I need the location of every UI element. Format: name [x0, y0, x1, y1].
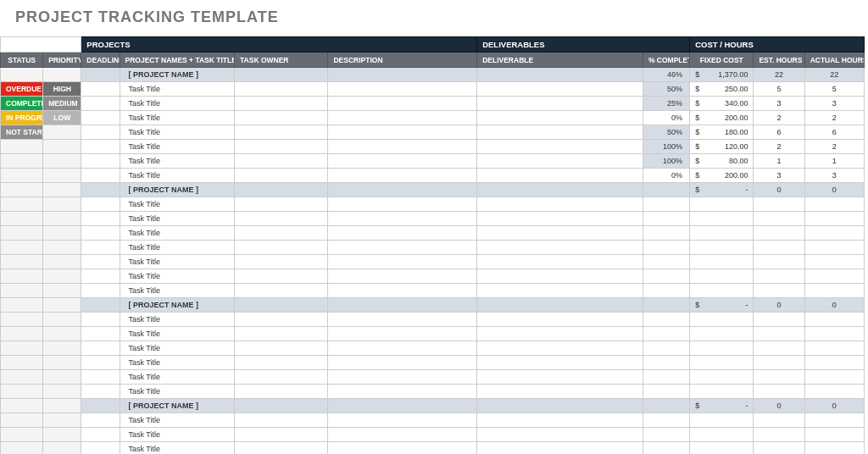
act-cell[interactable]: 0 [804, 183, 864, 197]
status-cell[interactable] [1, 255, 43, 269]
act-cell[interactable] [804, 269, 864, 284]
priority-cell[interactable] [43, 428, 81, 442]
deliverable-cell[interactable] [477, 298, 643, 313]
desc-cell[interactable] [328, 385, 477, 399]
h-act[interactable]: ACTUAL HOURS [804, 53, 864, 68]
deadline-cell[interactable] [81, 399, 120, 413]
deadline-cell[interactable] [81, 125, 120, 140]
cost-cell[interactable] [690, 241, 754, 255]
deliverable-cell[interactable] [477, 82, 643, 97]
desc-cell[interactable] [328, 370, 477, 385]
priority-cell[interactable] [43, 140, 81, 154]
priority-cell[interactable] [43, 313, 81, 327]
deliverable-cell[interactable] [477, 125, 643, 140]
desc-cell[interactable] [328, 399, 477, 413]
deliverable-cell[interactable] [477, 97, 643, 111]
deliverable-cell[interactable] [477, 442, 643, 455]
deliverable-cell[interactable] [477, 399, 643, 413]
cost-cell[interactable]: $- [690, 399, 754, 413]
desc-cell[interactable] [328, 97, 477, 111]
desc-cell[interactable] [328, 212, 477, 226]
priority-cell[interactable] [43, 399, 81, 413]
cost-cell[interactable] [690, 255, 754, 269]
cost-cell[interactable] [690, 313, 754, 327]
deliverable-cell[interactable] [477, 413, 643, 428]
deadline-cell[interactable] [81, 111, 120, 125]
pct-cell[interactable] [643, 183, 689, 197]
deadline-cell[interactable] [81, 68, 120, 82]
owner-cell[interactable] [235, 385, 328, 399]
priority-cell[interactable] [43, 370, 81, 385]
est-cell[interactable]: 3 [754, 169, 804, 183]
act-cell[interactable] [804, 226, 864, 241]
deliverable-cell[interactable] [477, 140, 643, 154]
pct-cell[interactable] [643, 413, 689, 428]
h-desc[interactable]: DESCRIPTION [328, 53, 477, 68]
act-cell[interactable]: 22 [804, 68, 864, 82]
pct-cell[interactable]: 50% [643, 125, 689, 140]
task-name[interactable]: Task Title [120, 197, 235, 212]
est-cell[interactable] [754, 197, 804, 212]
est-cell[interactable]: 6 [754, 125, 804, 140]
act-cell[interactable] [804, 356, 864, 370]
deliverable-cell[interactable] [477, 241, 643, 255]
owner-cell[interactable] [235, 269, 328, 284]
deliverable-cell[interactable] [477, 111, 643, 125]
deliverable-cell[interactable] [477, 255, 643, 269]
task-name[interactable]: Task Title [120, 125, 235, 140]
est-cell[interactable]: 5 [754, 82, 804, 97]
deadline-cell[interactable] [81, 284, 120, 298]
act-cell[interactable]: 1 [804, 154, 864, 169]
owner-cell[interactable] [235, 255, 328, 269]
cost-cell[interactable] [690, 341, 754, 356]
cost-cell[interactable] [690, 370, 754, 385]
status-cell[interactable] [1, 183, 43, 197]
owner-cell[interactable] [235, 68, 328, 82]
act-cell[interactable] [804, 255, 864, 269]
deliverable-cell[interactable] [477, 212, 643, 226]
project-name[interactable]: [ PROJECT NAME ] [120, 298, 235, 313]
act-cell[interactable] [804, 341, 864, 356]
owner-cell[interactable] [235, 442, 328, 455]
deadline-cell[interactable] [81, 370, 120, 385]
priority-cell[interactable] [43, 413, 81, 428]
pct-cell[interactable]: 50% [643, 82, 689, 97]
deadline-cell[interactable] [81, 212, 120, 226]
desc-cell[interactable] [328, 442, 477, 455]
est-cell[interactable]: 1 [754, 154, 804, 169]
est-cell[interactable] [754, 284, 804, 298]
priority-cell[interactable] [43, 298, 81, 313]
pct-cell[interactable]: 25% [643, 97, 689, 111]
owner-cell[interactable] [235, 125, 328, 140]
task-name[interactable]: Task Title [120, 327, 235, 341]
status-cell[interactable] [1, 385, 43, 399]
cost-cell[interactable] [690, 428, 754, 442]
owner-cell[interactable] [235, 327, 328, 341]
desc-cell[interactable] [328, 111, 477, 125]
act-cell[interactable] [804, 241, 864, 255]
act-cell[interactable] [804, 385, 864, 399]
h-owner[interactable]: TASK OWNER [235, 53, 328, 68]
cost-cell[interactable] [690, 269, 754, 284]
est-cell[interactable] [754, 327, 804, 341]
pct-cell[interactable] [643, 399, 689, 413]
task-name[interactable]: Task Title [120, 428, 235, 442]
act-cell[interactable]: 2 [804, 111, 864, 125]
pct-cell[interactable] [643, 341, 689, 356]
task-name[interactable]: Task Title [120, 169, 235, 183]
task-name[interactable]: Task Title [120, 82, 235, 97]
deliverable-cell[interactable] [477, 183, 643, 197]
est-cell[interactable]: 3 [754, 97, 804, 111]
task-name[interactable]: Task Title [120, 341, 235, 356]
owner-cell[interactable] [235, 413, 328, 428]
desc-cell[interactable] [328, 313, 477, 327]
status-cell[interactable] [1, 212, 43, 226]
est-cell[interactable] [754, 370, 804, 385]
deadline-cell[interactable] [81, 413, 120, 428]
cost-cell[interactable]: $80.00 [690, 154, 754, 169]
priority-cell[interactable] [43, 442, 81, 455]
deadline-cell[interactable] [81, 313, 120, 327]
est-cell[interactable] [754, 226, 804, 241]
est-cell[interactable] [754, 241, 804, 255]
cost-cell[interactable]: $200.00 [690, 111, 754, 125]
